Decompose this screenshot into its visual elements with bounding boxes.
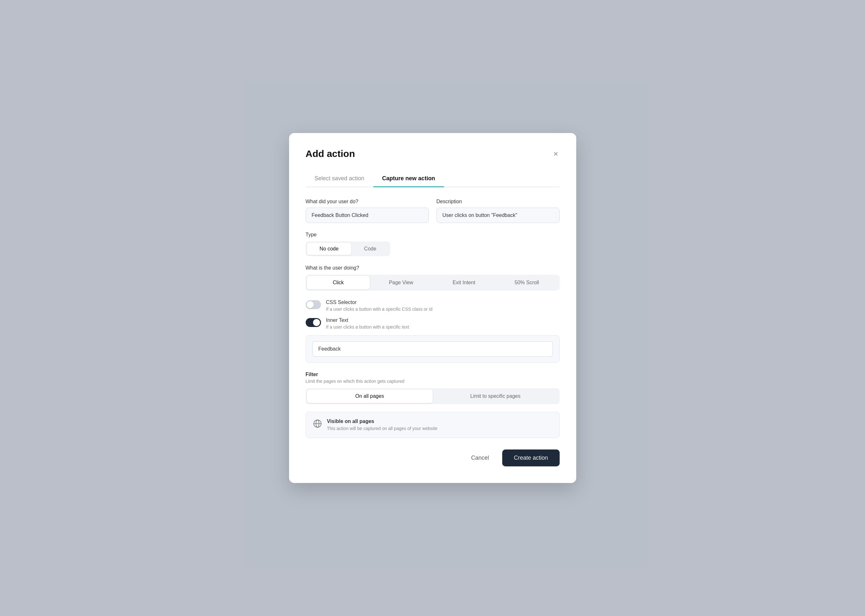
action-tab-exitintent[interactable]: Exit Intent bbox=[432, 276, 495, 289]
form-group-description: Description bbox=[437, 199, 560, 223]
modal-title: Add action bbox=[306, 148, 355, 159]
inner-text-label: Inner Text bbox=[326, 317, 409, 323]
css-selector-desc: If a user clicks a button with a specifi… bbox=[326, 306, 432, 312]
tab-select-saved[interactable]: Select saved action bbox=[306, 171, 373, 187]
inner-text-toggle[interactable] bbox=[306, 318, 321, 327]
toggle-knob-css bbox=[307, 301, 314, 308]
visible-desc: This action will be captured on all page… bbox=[327, 426, 437, 431]
type-toggle: No code Code bbox=[306, 242, 390, 256]
inner-text-desc: If a user clicks a button with a specifi… bbox=[326, 324, 409, 330]
filter-desc: Limit the pages on which this action get… bbox=[306, 379, 560, 384]
css-selector-row: CSS Selector If a user clicks a button w… bbox=[306, 300, 560, 312]
visible-info-box: Visible on all pages This action will be… bbox=[306, 412, 560, 438]
form-group-what: What did your user do? bbox=[306, 199, 429, 223]
description-label: Description bbox=[437, 199, 560, 204]
visible-info-text: Visible on all pages This action will be… bbox=[327, 418, 437, 431]
description-input[interactable] bbox=[437, 208, 560, 223]
inner-text-input[interactable] bbox=[312, 341, 553, 357]
filter-section: Filter Limit the pages on which this act… bbox=[306, 372, 560, 404]
what-label: What did your user do? bbox=[306, 199, 429, 204]
tab-capture-new[interactable]: Capture new action bbox=[373, 171, 444, 187]
what-input[interactable] bbox=[306, 208, 429, 223]
type-code-button[interactable]: Code bbox=[351, 243, 389, 255]
tab-bar: Select saved action Capture new action bbox=[306, 171, 560, 187]
form-row-name-desc: What did your user do? Description bbox=[306, 199, 560, 223]
inner-text-input-wrapper bbox=[306, 335, 560, 363]
user-doing-label: What is the user doing? bbox=[306, 265, 560, 271]
user-doing-toggle: Click Page View Exit Intent 50% Scroll bbox=[306, 275, 560, 291]
css-selector-label: CSS Selector bbox=[326, 300, 432, 305]
inner-text-row: Inner Text If a user clicks a button wit… bbox=[306, 317, 560, 330]
css-selector-info: CSS Selector If a user clicks a button w… bbox=[326, 300, 432, 312]
filter-title: Filter bbox=[306, 372, 560, 377]
create-action-button[interactable]: Create action bbox=[502, 449, 559, 467]
add-action-modal: Add action × Select saved action Capture… bbox=[289, 133, 576, 483]
filter-tab-all[interactable]: On all pages bbox=[307, 390, 432, 403]
css-selector-toggle[interactable] bbox=[306, 300, 321, 309]
inner-text-info: Inner Text If a user clicks a button wit… bbox=[326, 317, 409, 330]
cancel-button[interactable]: Cancel bbox=[463, 450, 497, 466]
type-nocode-button[interactable]: No code bbox=[307, 243, 352, 255]
modal-header: Add action × bbox=[306, 148, 560, 159]
globe-icon bbox=[313, 419, 322, 428]
filter-tabs: On all pages Limit to specific pages bbox=[306, 388, 560, 404]
action-tab-pageview[interactable]: Page View bbox=[370, 276, 432, 289]
modal-footer: Cancel Create action bbox=[306, 449, 560, 467]
visible-title: Visible on all pages bbox=[327, 418, 437, 424]
action-tab-click[interactable]: Click bbox=[307, 276, 370, 289]
type-label: Type bbox=[306, 232, 560, 238]
filter-tab-specific[interactable]: Limit to specific pages bbox=[432, 390, 558, 403]
toggle-knob-inner bbox=[313, 319, 320, 326]
close-button[interactable]: × bbox=[552, 148, 559, 159]
action-tab-scroll[interactable]: 50% Scroll bbox=[495, 276, 558, 289]
